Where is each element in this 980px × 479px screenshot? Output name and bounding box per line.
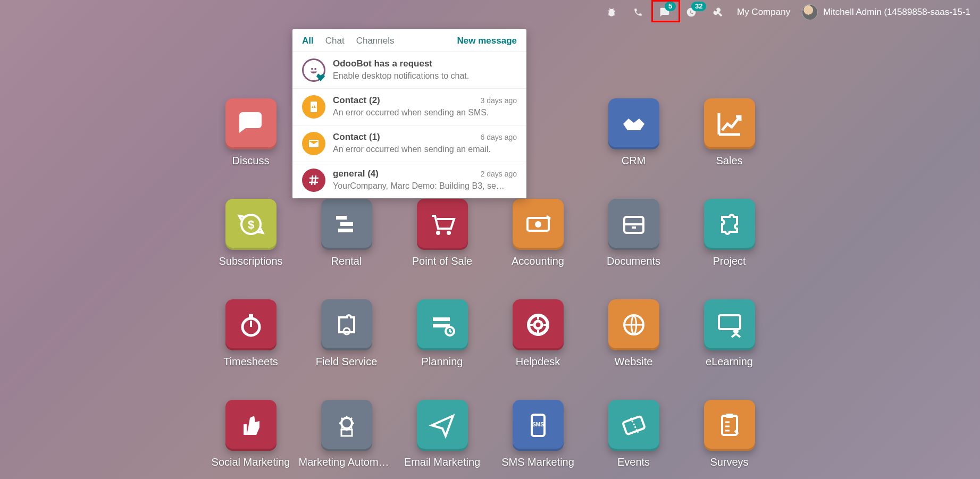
teach-icon — [704, 299, 755, 350]
app-label: CRM — [622, 155, 646, 167]
avatar — [802, 4, 818, 20]
company-selector[interactable]: My Company — [737, 7, 790, 18]
chart-up-icon — [704, 98, 755, 149]
debug-icon[interactable] — [604, 5, 619, 20]
app-field-service[interactable]: Field Service — [299, 299, 395, 368]
message-title: general (4) — [333, 169, 379, 179]
svg-rect-37 — [726, 414, 733, 418]
app-helpdesk[interactable]: Helpdesk — [490, 299, 586, 368]
svg-text:SMS: SMS — [532, 422, 544, 427]
money-icon — [513, 199, 564, 250]
app-label: Surveys — [710, 456, 748, 468]
user-label: Mitchell Admin (14589858-saas-15-1 — [823, 7, 970, 18]
new-message-button[interactable]: New message — [457, 36, 517, 46]
app-crm[interactable]: CRM — [586, 98, 682, 167]
svg-rect-2 — [244, 125, 254, 128]
thumbs-up-icon — [225, 400, 277, 451]
app-social-marketing[interactable]: Social Marketing — [203, 400, 299, 468]
message-preview: Enable desktop notifications to chat. — [333, 71, 517, 81]
message-item[interactable]: Contact (1) 6 days ago An error occurred… — [292, 125, 526, 162]
app-label: Documents — [607, 255, 660, 267]
app-sales[interactable]: Sales — [682, 98, 777, 167]
svg-rect-13 — [340, 222, 353, 226]
message-item[interactable]: OdooBot has a request Enable desktop not… — [292, 52, 526, 89]
puzzle-icon — [704, 199, 755, 250]
svg-point-16 — [447, 231, 451, 235]
app-website[interactable]: Website — [586, 299, 682, 368]
message-preview: An error occurred when sending an email. — [333, 145, 517, 154]
odoobot-icon — [302, 58, 325, 82]
tools-icon[interactable] — [710, 5, 725, 20]
svg-point-30 — [733, 329, 739, 334]
messages-icon[interactable]: 5 — [657, 5, 672, 20]
tab-all[interactable]: All — [302, 36, 314, 46]
app-marketing-automat[interactable]: Marketing Automat… — [299, 400, 395, 468]
user-menu[interactable]: Mitchell Admin (14589858-saas-15-1 — [802, 4, 970, 20]
puzzle-gear-icon — [321, 299, 372, 350]
lifebuoy-icon — [513, 299, 564, 350]
app-label: Field Service — [316, 356, 378, 368]
app-timesheets[interactable]: Timesheets — [203, 299, 299, 368]
channel-icon — [302, 169, 325, 192]
app-rental[interactable]: Rental — [299, 199, 395, 267]
gear-mail-icon — [321, 400, 372, 451]
dollar-refresh-icon: $ — [225, 199, 277, 250]
app-label: Rental — [331, 255, 362, 267]
app-discuss[interactable]: Discuss — [203, 98, 299, 167]
app-documents[interactable]: Documents — [586, 199, 682, 267]
svg-rect-29 — [719, 315, 740, 329]
drawer-icon — [608, 199, 659, 250]
tab-chat[interactable]: Chat — [325, 36, 345, 46]
message-title: Contact (1) — [333, 132, 380, 142]
svg-text:$: $ — [247, 218, 254, 231]
cart-icon — [417, 199, 468, 250]
app-accounting[interactable]: Accounting — [490, 199, 586, 267]
app-label: Social Marketing — [212, 456, 290, 468]
phone-sms-icon: SMS — [513, 400, 564, 451]
globe-icon — [608, 299, 659, 350]
ticket-icon — [608, 400, 659, 451]
activities-icon[interactable]: 32 — [684, 5, 699, 20]
app-label: SMS Marketing — [501, 456, 574, 468]
tab-channels[interactable]: Channels — [356, 36, 395, 46]
app-sms-marketing[interactable]: SMSSMS Marketing — [490, 400, 586, 468]
messages-badge: 5 — [665, 2, 676, 11]
app-project[interactable]: Project — [682, 199, 777, 267]
messages-tabs: All Chat Channels — [302, 36, 394, 46]
app-label: Marketing Automat… — [299, 456, 395, 468]
app-email-marketing[interactable]: Email Marketing — [395, 400, 490, 468]
handshake-icon — [608, 98, 659, 149]
app-elearning[interactable]: eLearning — [682, 299, 777, 368]
message-time: 2 days ago — [481, 170, 517, 178]
chat-icon — [225, 98, 277, 149]
svg-point-15 — [436, 231, 440, 235]
svg-rect-12 — [336, 216, 347, 220]
message-preview: An error occurred when sending an SMS. — [333, 108, 517, 117]
app-label: Events — [617, 456, 650, 468]
email-warn-icon — [302, 132, 325, 155]
app-point-of-sale[interactable]: Point of Sale — [395, 199, 490, 267]
app-events[interactable]: Events — [586, 400, 682, 468]
svg-point-18 — [535, 221, 541, 228]
app-label: Email Marketing — [404, 456, 480, 468]
message-item[interactable]: Contact (2) 3 days ago An error occurred… — [292, 89, 526, 125]
app-planning[interactable]: Planning — [395, 299, 490, 368]
app-label: Project — [713, 255, 746, 267]
svg-rect-35 — [622, 416, 644, 435]
svg-point-27 — [534, 321, 542, 329]
schedule-icon — [417, 299, 468, 350]
message-item[interactable]: general (4) 2 days ago YourCompany, Marc… — [292, 162, 526, 198]
app-subscriptions[interactable]: $Subscriptions — [203, 199, 299, 267]
app-label: Point of Sale — [412, 255, 472, 267]
app-label: eLearning — [706, 356, 753, 368]
app-label: Sales — [716, 155, 742, 167]
svg-rect-14 — [338, 229, 353, 232]
app-surveys[interactable]: Surveys — [682, 400, 777, 468]
messages-dropdown: All Chat Channels New message OdooBot ha… — [292, 29, 526, 198]
stopwatch-icon — [225, 299, 277, 350]
gantt-icon — [321, 199, 372, 250]
sms-warn-icon — [302, 95, 325, 119]
message-title: Contact (2) — [333, 95, 380, 106]
phone-icon[interactable] — [631, 5, 646, 20]
message-title: OdooBot has a request — [333, 58, 432, 69]
